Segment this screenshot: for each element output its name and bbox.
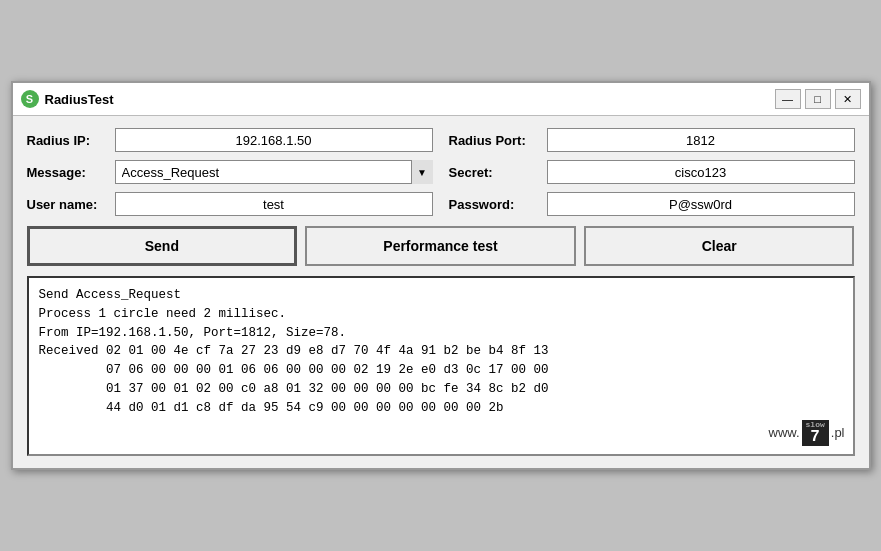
output-line-6: 01 37 00 01 02 00 c0 a8 01 32 00 00 00 0… [39,380,843,399]
secret-input[interactable] [547,160,855,184]
username-row: User name: [27,192,433,216]
maximize-button[interactable]: □ [805,89,831,109]
password-input[interactable] [547,192,855,216]
password-label: Password: [449,197,539,212]
message-select[interactable]: Access_Request Accounting_Request Access… [115,160,433,184]
watermark-suffix: .pl [831,423,845,443]
app-icon: S [21,90,39,108]
output-line-5: 07 06 00 00 00 01 06 06 00 00 00 02 19 2… [39,361,843,380]
window-title: RadiusTest [45,92,114,107]
close-button[interactable]: ✕ [835,89,861,109]
output-line-4: Received 02 01 00 4e cf 7a 27 23 d9 e8 d… [39,342,843,361]
watermark-logo: slow 7 [802,420,829,446]
main-window: S RadiusTest — □ ✕ Radius IP: Radius Por… [11,81,871,470]
title-bar: S RadiusTest — □ ✕ [13,83,869,116]
content-area: Radius IP: Radius Port: Message: Access_… [13,116,869,468]
message-label: Message: [27,165,107,180]
output-area: Send Access_Request Process 1 circle nee… [27,276,855,456]
minimize-button[interactable]: — [775,89,801,109]
output-line-1: Send Access_Request [39,286,843,305]
radius-ip-row: Radius IP: [27,128,433,152]
output-line-3: From IP=192.168.1.50, Port=1812, Size=78… [39,324,843,343]
radius-ip-label: Radius IP: [27,133,107,148]
secret-label: Secret: [449,165,539,180]
radius-port-input[interactable] [547,128,855,152]
title-bar-left: S RadiusTest [21,90,114,108]
output-line-7: 44 d0 01 d1 c8 df da 95 54 c9 00 00 00 0… [39,399,843,418]
radius-port-row: Radius Port: [449,128,855,152]
send-button[interactable]: Send [27,226,298,266]
button-row: Send Performance test Clear [27,226,855,266]
radius-port-label: Radius Port: [449,133,539,148]
clear-button[interactable]: Clear [584,226,855,266]
window-controls: — □ ✕ [775,89,861,109]
username-label: User name: [27,197,107,212]
radius-ip-input[interactable] [115,128,433,152]
form-grid: Radius IP: Radius Port: Message: Access_… [27,128,855,216]
message-row: Message: Access_Request Accounting_Reque… [27,160,433,184]
watermark: www. slow 7 .pl [769,420,845,446]
password-row: Password: [449,192,855,216]
username-input[interactable] [115,192,433,216]
watermark-number: 7 [810,429,820,445]
output-line-2: Process 1 circle need 2 millisec. [39,305,843,324]
watermark-prefix: www. [769,423,800,443]
performance-test-button[interactable]: Performance test [305,226,576,266]
message-select-wrapper: Access_Request Accounting_Request Access… [115,160,433,184]
secret-row: Secret: [449,160,855,184]
